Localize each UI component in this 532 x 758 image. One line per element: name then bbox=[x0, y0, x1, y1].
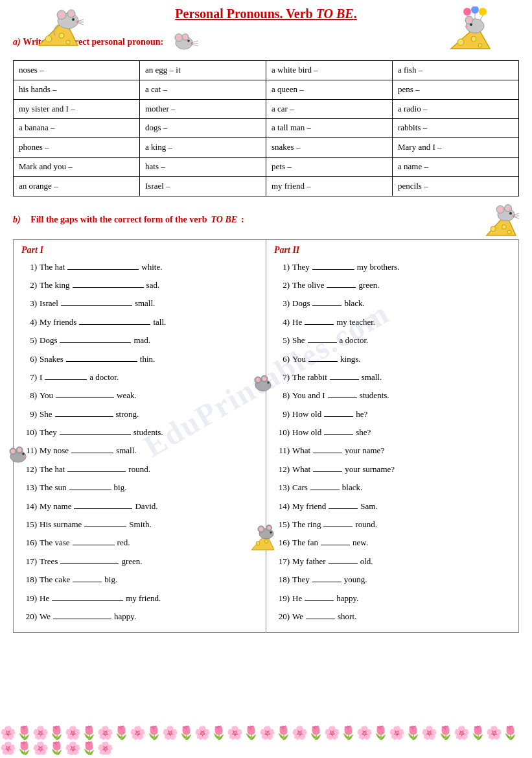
exercise-item: 19)Hehappy. bbox=[274, 591, 511, 606]
svg-point-1 bbox=[45, 36, 52, 42]
item-number: 1) bbox=[21, 259, 40, 274]
sentence-after: strong. bbox=[116, 407, 139, 421]
fill-blank bbox=[61, 296, 132, 306]
exercise-item: 9)How oldhe? bbox=[274, 407, 511, 421]
sentence: The hatwhite. bbox=[40, 259, 162, 274]
fill-blank bbox=[308, 351, 338, 362]
sentence-before: My friends bbox=[40, 314, 76, 329]
fill-blank bbox=[66, 351, 137, 362]
fill-blank bbox=[323, 517, 353, 527]
fill-blank bbox=[60, 425, 131, 435]
fill-blank bbox=[310, 480, 340, 490]
svg-point-23 bbox=[478, 43, 482, 47]
sentence-before: The sun bbox=[40, 480, 67, 495]
pronouns-cell: rabbits – bbox=[393, 119, 519, 138]
svg-point-28 bbox=[465, 26, 468, 28]
sentence-before: She bbox=[292, 333, 305, 348]
sentence-after: small. bbox=[362, 370, 382, 385]
svg-point-64 bbox=[259, 527, 263, 531]
fill-blank bbox=[73, 278, 144, 288]
exercise-item: 5)Shea doctor. bbox=[274, 333, 511, 348]
exercise-item: 7)The rabbitsmall. bbox=[274, 370, 511, 385]
svg-point-58 bbox=[267, 381, 270, 384]
svg-point-22 bbox=[471, 36, 476, 41]
item-number: 3) bbox=[21, 296, 40, 311]
sentence-after: old. bbox=[360, 554, 373, 569]
svg-point-70 bbox=[11, 449, 15, 453]
fill-blank bbox=[312, 296, 341, 306]
fill-blank bbox=[324, 407, 353, 417]
sentence-before: The king bbox=[40, 278, 70, 292]
svg-point-42 bbox=[507, 230, 511, 234]
svg-point-33 bbox=[183, 35, 187, 39]
svg-point-31 bbox=[177, 36, 181, 40]
part2-mouse-1 bbox=[250, 370, 276, 397]
fill-blank bbox=[84, 517, 126, 527]
sentence-before: My name bbox=[40, 499, 71, 514]
fill-blank bbox=[73, 535, 115, 545]
pronouns-cell: a white bird – bbox=[266, 61, 393, 80]
svg-point-14 bbox=[463, 8, 471, 16]
svg-point-27 bbox=[470, 23, 472, 26]
sentence: Hemy teacher. bbox=[292, 314, 375, 329]
svg-point-21 bbox=[457, 39, 464, 45]
sentence: Ia doctor. bbox=[40, 370, 119, 385]
sentence: The ringround. bbox=[292, 517, 377, 532]
bottom-decoration: 🌸🌷🌸🌷🌸🌷🌸🌷🌸🌷🌸🌷🌸🌷🌸🌷🌸🌷🌸🌷🌸🌷🌸🌷🌸🌷🌸🌷🌸🌷🌸🌷🌸🌷🌸🌷🌸🌷🌸 bbox=[0, 726, 532, 755]
exercise-item: 8)Youweak. bbox=[21, 388, 258, 403]
sentence: Dogsmad. bbox=[40, 333, 150, 348]
sentence: How oldshe? bbox=[292, 425, 371, 440]
item-number: 9) bbox=[21, 407, 40, 421]
sentence-before: The cake bbox=[40, 572, 70, 587]
fill-blank bbox=[313, 443, 342, 453]
sentence-before: The ring bbox=[292, 517, 321, 532]
svg-point-45 bbox=[498, 207, 503, 211]
exercise-item: 10)How oldshe? bbox=[274, 425, 511, 440]
sentence-after: small. bbox=[116, 443, 136, 458]
exercise-item: 2)The olivegreen. bbox=[274, 278, 511, 292]
part2: Part II 1)Theymy brothers.2)The olivegre… bbox=[266, 240, 518, 633]
pronouns-table: noses –an egg – ita white bird –a fish –… bbox=[13, 60, 519, 196]
item-number: 17) bbox=[21, 554, 40, 569]
svg-point-73 bbox=[22, 453, 25, 455]
exercise-item: 13)Carsblack. bbox=[274, 480, 511, 495]
item-number: 5) bbox=[274, 333, 292, 348]
sentence: The vasered. bbox=[40, 535, 130, 550]
sentence: The cakebig. bbox=[40, 572, 117, 587]
exercise-item: 16)The vasered. bbox=[21, 535, 258, 550]
sentence-after: black. bbox=[344, 296, 364, 311]
exercise-item: 20)Wehappy. bbox=[21, 609, 258, 624]
svg-line-13 bbox=[77, 23, 84, 25]
sentence: The kingsad. bbox=[40, 278, 159, 292]
pronouns-cell: a king – bbox=[140, 138, 266, 158]
sentence: Treesgreen. bbox=[40, 554, 143, 569]
fill-blank bbox=[69, 480, 111, 490]
exercise-item: 4)Hemy teacher. bbox=[274, 314, 511, 329]
sentence: Weshort. bbox=[292, 609, 356, 624]
fill-blank bbox=[74, 499, 132, 509]
svg-point-41 bbox=[502, 224, 507, 229]
sentence-before: You bbox=[292, 351, 306, 366]
sentence-after: she? bbox=[356, 425, 371, 440]
sentence: How oldhe? bbox=[292, 407, 367, 421]
sentence: The olivegreen. bbox=[292, 278, 380, 292]
sentence-before: The olive bbox=[292, 278, 324, 292]
sentence: Whatyour surname? bbox=[292, 462, 395, 477]
sentence-before: You and I bbox=[292, 388, 325, 403]
sentence-before: He bbox=[292, 591, 302, 606]
sentence: Israelsmall. bbox=[40, 296, 155, 311]
fill-blank bbox=[308, 333, 337, 343]
sentence-before: The hat bbox=[40, 259, 65, 274]
exercise-item: 12)The hatround. bbox=[21, 462, 258, 477]
sentence-after: green. bbox=[121, 554, 142, 569]
fill-blank bbox=[71, 443, 113, 453]
pronouns-cell: pets – bbox=[266, 157, 393, 176]
pronouns-cell: a queen – bbox=[266, 80, 393, 99]
item-number: 15) bbox=[21, 517, 40, 532]
svg-point-40 bbox=[491, 226, 496, 231]
sentence-before: My father bbox=[292, 554, 326, 569]
exercise-item: 20)Weshort. bbox=[274, 609, 511, 624]
sentence: Wehappy. bbox=[40, 609, 136, 624]
sentence: Snakesthin. bbox=[40, 351, 155, 366]
svg-point-9 bbox=[72, 18, 75, 21]
